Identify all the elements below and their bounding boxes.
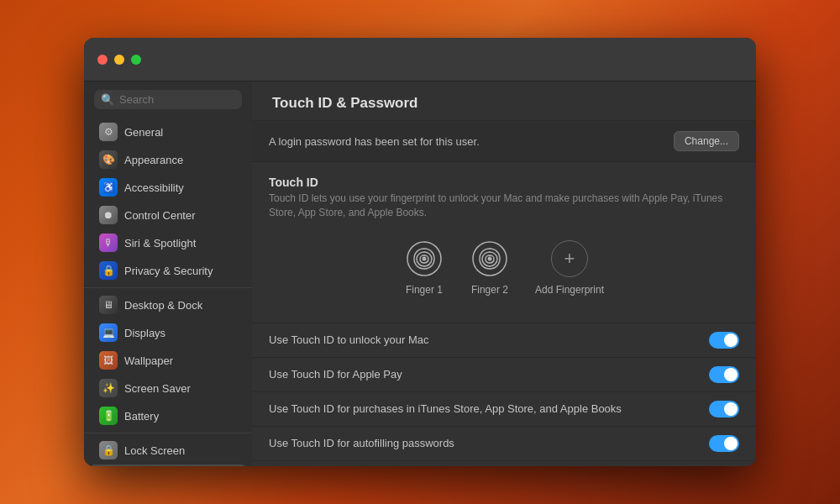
privacy-icon: 🔒: [99, 261, 118, 280]
sidebar-label-accessibility: Accessibility: [124, 181, 184, 194]
toggle-switch-3[interactable]: [709, 435, 739, 452]
toggle-label-2: Use Touch ID for purchases in iTunes Sto…: [269, 402, 709, 417]
search-input[interactable]: [119, 93, 235, 106]
lockscreen-icon: 🔒: [99, 441, 118, 459]
touchid-description: Touch ID lets you use your fingerprint t…: [269, 192, 739, 220]
add-fingerprint-icon: +: [549, 239, 590, 279]
sidebar-item-lockscreen[interactable]: 🔒Lock Screen: [89, 437, 247, 464]
search-icon: 🔍: [101, 93, 114, 106]
main-content: Touch ID & Password A login password has…: [252, 81, 756, 466]
toggle-knob: [724, 333, 738, 347]
sidebar-divider: [84, 433, 252, 433]
sidebar-divider: [84, 287, 252, 288]
sidebar-item-appearance[interactable]: 🎨Appearance: [89, 146, 247, 173]
siri-icon: 🎙: [99, 234, 118, 252]
password-notice-text: A login password has been set for this u…: [269, 135, 480, 148]
sidebar-label-wallpaper: Wallpaper: [124, 354, 173, 367]
finger-1-icon: [404, 239, 444, 279]
toggle-knob: [724, 402, 738, 416]
toggle-row-0: Use Touch ID to unlock your Mac: [252, 323, 756, 358]
add-circle: +: [551, 240, 588, 277]
sidebar-item-general[interactable]: ⚙General: [89, 118, 247, 145]
sidebar-item-displays[interactable]: 💻Displays: [89, 319, 247, 346]
sidebar-item-siri[interactable]: 🎙Siri & Spotlight: [89, 229, 247, 256]
battery-icon: 🔋: [99, 407, 118, 425]
touchid-section: Touch ID Touch ID lets you use your fing…: [252, 162, 756, 323]
content-area: 🔍 ⚙General🎨Appearance♿Accessibility⏺Cont…: [84, 81, 756, 466]
wallpaper-icon: 🖼: [99, 351, 118, 370]
sidebar-label-privacy: Privacy & Security: [124, 265, 213, 277]
toggle-label-1: Use Touch ID for Apple Pay: [269, 367, 709, 382]
finger-1-item[interactable]: Finger 1: [404, 239, 444, 296]
sidebar-label-displays: Displays: [124, 327, 165, 339]
sidebar-item-desktop[interactable]: 🖥Desktop & Dock: [89, 291, 247, 318]
maximize-button[interactable]: [131, 55, 141, 65]
toggle-label-0: Use Touch ID to unlock your Mac: [269, 333, 709, 348]
sidebar: 🔍 ⚙General🎨Appearance♿Accessibility⏺Cont…: [84, 81, 252, 466]
finger-2-label: Finger 2: [471, 284, 508, 296]
sidebar-label-general: General: [124, 126, 163, 139]
system-preferences-window: 🔍 ⚙General🎨Appearance♿Accessibility⏺Cont…: [84, 38, 756, 466]
toggle-switch-1[interactable]: [709, 366, 739, 383]
control-center-icon: ⏺: [99, 206, 118, 224]
sidebar-item-privacy[interactable]: 🔒Privacy & Security: [89, 257, 247, 284]
page-body: A login password has been set for this u…: [252, 121, 756, 466]
finger-2-item[interactable]: Finger 2: [470, 239, 510, 296]
sidebar-item-screensaver[interactable]: ✨Screen Saver: [89, 375, 247, 402]
add-fingerprint-item[interactable]: + Add Fingerprint: [535, 239, 604, 296]
toggle-row-4: Use Touch ID for fast user switching: [252, 461, 756, 466]
sidebar-label-control-center: Control Center: [124, 209, 196, 222]
sidebar-label-battery: Battery: [124, 410, 159, 423]
sidebar-item-control-center[interactable]: ⏺Control Center: [89, 202, 247, 228]
appearance-icon: 🎨: [99, 150, 118, 169]
minimize-button[interactable]: [114, 55, 124, 65]
sidebar-item-wallpaper[interactable]: 🖼Wallpaper: [89, 347, 247, 374]
general-icon: ⚙: [99, 123, 118, 141]
toggle-rows: Use Touch ID to unlock your MacUse Touch…: [252, 323, 756, 466]
toggle-label-3: Use Touch ID for autofilling passwords: [269, 436, 709, 451]
touchid-title: Touch ID: [269, 176, 739, 189]
finger-2-icon: [470, 239, 510, 279]
sidebar-label-appearance: Appearance: [124, 154, 183, 166]
fingerprint-row: Finger 1: [269, 232, 739, 309]
svg-point-3: [487, 256, 491, 260]
change-button[interactable]: Change...: [674, 131, 739, 151]
sidebar-label-desktop: Desktop & Dock: [124, 299, 202, 312]
sidebar-label-screensaver: Screen Saver: [124, 382, 191, 395]
titlebar: [84, 38, 756, 81]
sidebar-label-lockscreen: Lock Screen: [124, 444, 185, 457]
toggle-switch-0[interactable]: [709, 332, 739, 349]
accessibility-icon: ♿: [99, 178, 118, 197]
page-title: Touch ID & Password: [272, 95, 418, 111]
close-button[interactable]: [97, 55, 108, 65]
svg-point-1: [422, 256, 426, 260]
search-bar[interactable]: 🔍: [94, 90, 242, 109]
toggle-row-3: Use Touch ID for autofilling passwords: [252, 427, 756, 461]
finger-1-label: Finger 1: [406, 284, 443, 296]
sidebar-item-accessibility[interactable]: ♿Accessibility: [89, 174, 247, 201]
toggle-knob: [724, 368, 738, 381]
page-header: Touch ID & Password: [252, 81, 756, 121]
add-fingerprint-label: Add Fingerprint: [535, 284, 604, 296]
toggle-row-2: Use Touch ID for purchases in iTunes Sto…: [252, 392, 756, 427]
toggle-knob: [724, 437, 738, 450]
traffic-lights: [97, 55, 141, 65]
screensaver-icon: ✨: [99, 379, 118, 397]
desktop-icon: 🖥: [99, 296, 118, 314]
toggle-row-1: Use Touch ID for Apple Pay: [252, 358, 756, 392]
toggle-switch-2[interactable]: [709, 401, 739, 417]
sidebar-item-battery[interactable]: 🔋Battery: [89, 402, 247, 429]
sidebar-item-touchid[interactable]: 👆Touch ID & Password: [89, 465, 247, 466]
sidebar-label-siri: Siri & Spotlight: [124, 237, 196, 249]
password-notice: A login password has been set for this u…: [252, 121, 756, 162]
displays-icon: 💻: [99, 323, 118, 342]
sidebar-items: ⚙General🎨Appearance♿Accessibility⏺Contro…: [84, 118, 252, 466]
